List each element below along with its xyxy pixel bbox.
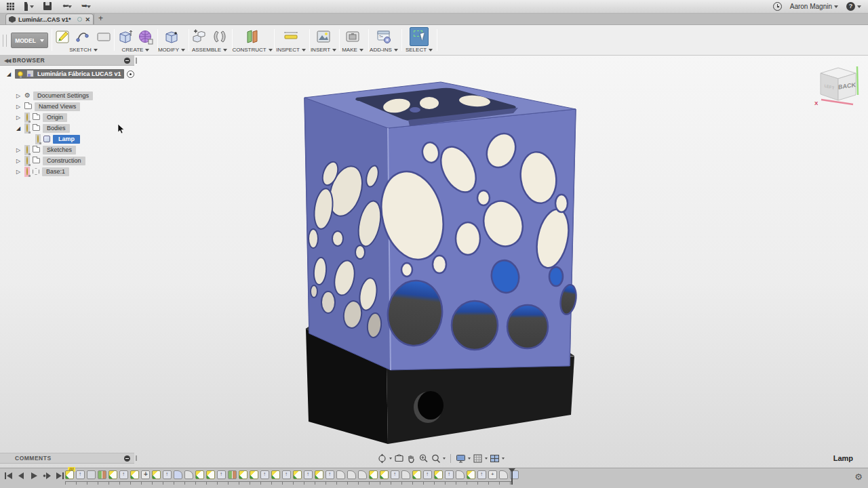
job-status-icon[interactable] xyxy=(773,2,782,11)
timeline-item-sketch[interactable] xyxy=(108,470,117,479)
orbit-dropdown[interactable] xyxy=(389,458,392,460)
fit-dropdown[interactable] xyxy=(443,458,446,460)
make-menu[interactable]: MAKE xyxy=(342,47,363,53)
timeline-item-mirror[interactable] xyxy=(98,470,106,479)
expand-icon[interactable]: ◢ xyxy=(7,71,12,77)
fit-icon[interactable] xyxy=(431,453,441,464)
timeline-item-extrude[interactable] xyxy=(477,470,486,479)
timeline-item-fillet[interactable] xyxy=(358,470,367,479)
display-settings-icon[interactable] xyxy=(456,453,466,464)
timeline-item-sketch[interactable] xyxy=(250,470,258,479)
timeline-item-extrude[interactable] xyxy=(391,470,399,479)
timeline-settings-gear-icon[interactable]: ⚙ xyxy=(854,472,863,482)
timeline-item-fillet[interactable] xyxy=(347,470,356,479)
timeline-item-sketch[interactable] xyxy=(412,470,421,479)
expand-icon[interactable]: ▷ xyxy=(16,147,22,153)
timeline-item-sketch[interactable] xyxy=(195,470,204,479)
tree-row-base-component[interactable]: ▷ Base:1 xyxy=(16,167,69,176)
visibility-bulb-icon[interactable] xyxy=(26,124,28,132)
expand-icon[interactable]: ▷ xyxy=(16,104,22,110)
tree-row-lamp[interactable]: Lamp xyxy=(35,134,80,144)
modify-menu[interactable]: MODIFY xyxy=(158,47,185,53)
tab-close-button[interactable]: ✕ xyxy=(85,16,90,23)
go-to-start-button[interactable] xyxy=(4,472,13,480)
timeline-item-extrude[interactable] xyxy=(260,470,269,479)
expand-icon[interactable]: ▷ xyxy=(16,93,22,99)
tree-row-bodies[interactable]: ◢ Bodies xyxy=(16,123,70,133)
expand-icon[interactable]: ▷ xyxy=(16,115,22,121)
comments-options-icon[interactable] xyxy=(124,455,130,462)
help-menu[interactable]: ? xyxy=(846,2,861,11)
visibility-bulb-icon[interactable] xyxy=(26,167,28,176)
insert-image-icon[interactable] xyxy=(315,28,332,45)
timeline-item-fillet[interactable] xyxy=(184,470,193,479)
view-cube[interactable]: BACK LEFT X xyxy=(812,61,863,108)
sketch-menu[interactable]: SKETCH xyxy=(69,47,97,53)
timeline-item-extrude[interactable] xyxy=(282,470,291,479)
expand-icon[interactable]: ▷ xyxy=(16,169,22,175)
timeline-item-extrude[interactable] xyxy=(304,470,313,479)
form-icon[interactable] xyxy=(137,28,155,45)
tree-row-sketches[interactable]: ▷ Sketches xyxy=(16,145,76,155)
inspect-menu[interactable]: INSPECT xyxy=(276,47,306,53)
select-menu[interactable]: SELECT xyxy=(406,47,433,53)
create-menu[interactable]: CREATE xyxy=(122,47,150,53)
timeline-item-extrude[interactable] xyxy=(423,470,432,479)
timeline-item-sketch[interactable] xyxy=(65,470,74,479)
app-launcher-icon[interactable] xyxy=(7,3,15,11)
activate-component-radio[interactable] xyxy=(127,70,134,78)
timeline-item-form[interactable] xyxy=(174,470,182,479)
timeline-item-sketch[interactable] xyxy=(369,470,378,479)
visibility-bulb-icon[interactable] xyxy=(37,135,39,143)
viewports-dropdown[interactable] xyxy=(502,458,505,460)
collapse-panel-icon[interactable]: ◀◀ xyxy=(4,58,9,64)
tree-row-origin[interactable]: ▷ Origin xyxy=(16,113,67,122)
timeline-item-fillet[interactable] xyxy=(456,470,465,479)
viewports-icon[interactable] xyxy=(490,453,500,464)
timeline-item-extrude[interactable] xyxy=(76,470,85,479)
grid-dropdown[interactable] xyxy=(485,458,488,460)
step-back-button[interactable] xyxy=(17,472,26,480)
pan-icon[interactable] xyxy=(406,453,416,464)
look-at-icon[interactable] xyxy=(394,453,404,464)
insert-menu[interactable]: INSERT xyxy=(311,47,336,53)
timeline-item-sketch[interactable] xyxy=(271,470,280,479)
timeline-item-move[interactable] xyxy=(141,470,150,479)
tree-row-named-views[interactable]: ▷ Named Views xyxy=(16,102,80,111)
measure-icon[interactable] xyxy=(282,28,300,45)
zoom-icon[interactable] xyxy=(418,453,429,464)
toolbar-grip[interactable] xyxy=(3,35,7,47)
timeline-playhead[interactable] xyxy=(511,468,513,485)
step-forward-button[interactable] xyxy=(43,472,52,480)
press-pull-icon[interactable] xyxy=(163,28,180,45)
timeline-item-sketch[interactable] xyxy=(130,470,139,479)
file-menu-button[interactable] xyxy=(24,2,34,11)
comments-panel-header[interactable]: COMMENTS xyxy=(0,453,134,464)
timeline-item-fillet[interactable] xyxy=(401,470,410,479)
make-3dprint-icon[interactable] xyxy=(344,28,361,45)
viewport-3d-model[interactable] xyxy=(285,64,604,454)
undo-button[interactable] xyxy=(62,2,72,11)
visibility-bulb-icon[interactable] xyxy=(26,113,28,121)
timeline-item-mirror[interactable] xyxy=(228,470,237,479)
visibility-bulb-icon[interactable] xyxy=(18,71,23,77)
addins-menu[interactable]: ADD-INS xyxy=(370,47,398,53)
new-component-icon[interactable] xyxy=(191,28,208,45)
comments-resize-grip[interactable] xyxy=(136,455,137,461)
expand-icon[interactable]: ▷ xyxy=(16,158,22,164)
timeline-item-sketch[interactable] xyxy=(467,470,475,479)
timeline-item-extrude[interactable] xyxy=(217,470,226,479)
construct-menu[interactable]: CONSTRUCT xyxy=(232,47,272,53)
document-tab[interactable]: Luminár...CAS v1* ✕ xyxy=(5,14,94,24)
timeline-item-extrude[interactable] xyxy=(119,470,128,479)
timeline-item-sketch[interactable] xyxy=(293,470,302,479)
viewport-canvas[interactable]: ◀◀ BROWSER ◢ Luminária Fábrica LUCAS v1 … xyxy=(0,56,868,468)
rectangle-tool-icon[interactable] xyxy=(95,28,113,45)
timeline-item-extrude[interactable] xyxy=(445,470,454,479)
visibility-bulb-icon[interactable] xyxy=(26,146,28,154)
create-sketch-icon[interactable] xyxy=(54,28,72,45)
grid-snap-icon[interactable] xyxy=(473,453,483,464)
user-menu[interactable]: Aaron Magnin xyxy=(790,3,838,10)
lamp-shade[interactable] xyxy=(304,82,578,370)
play-button[interactable] xyxy=(30,472,39,480)
